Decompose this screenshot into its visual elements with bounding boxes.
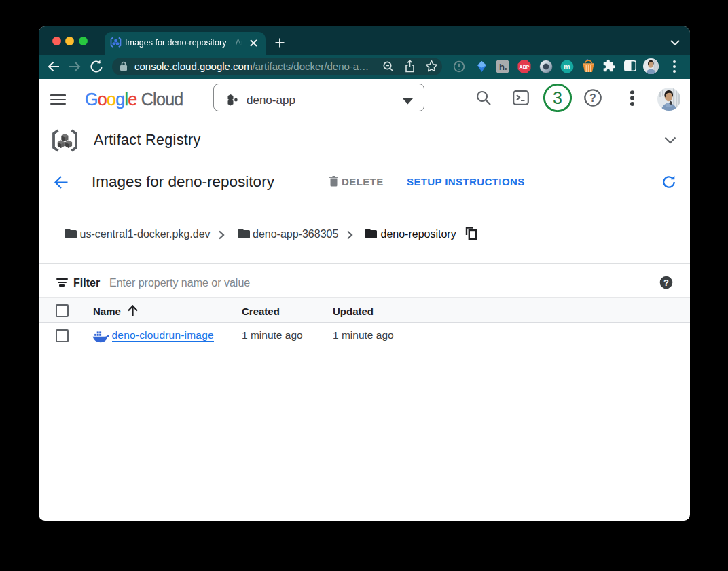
svg-text:?: ? <box>589 92 596 104</box>
svg-text:?: ? <box>663 277 669 287</box>
svg-text:h: h <box>499 62 505 72</box>
svg-text:m: m <box>564 62 570 71</box>
svg-text:ABP: ABP <box>520 65 530 69</box>
svg-text:3: 3 <box>553 88 562 107</box>
